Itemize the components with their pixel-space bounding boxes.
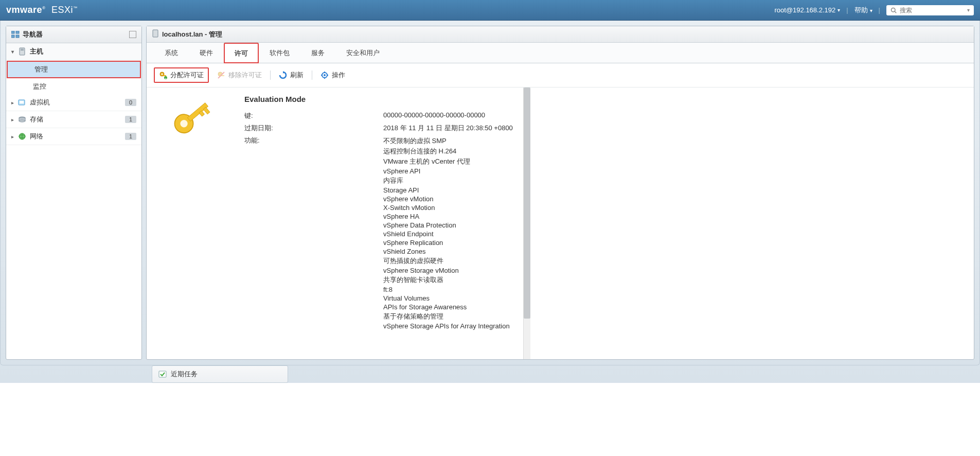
actions-button[interactable]: 操作 [316, 68, 349, 82]
navigator-title: 导航器 [23, 30, 43, 39]
svg-rect-38 [159, 371, 166, 377]
key-label: 键: [244, 111, 383, 120]
expand-icon: ▸ [11, 117, 17, 122]
collapse-icon: ▾ [11, 49, 17, 55]
separator: | [879, 6, 880, 14]
svg-rect-2 [11, 31, 14, 33]
tab-license[interactable]: 许可 [224, 43, 259, 63]
tab-services[interactable]: 服务 [300, 43, 335, 63]
refresh-icon [279, 71, 287, 79]
host-label: 主机 [30, 47, 43, 56]
svg-point-13 [19, 120, 25, 122]
separator [312, 71, 312, 80]
recent-tasks-panel[interactable]: 近期任务 [152, 365, 288, 383]
search-box[interactable]: ▾ [886, 5, 974, 15]
feature-item: 远程控制台连接的 H.264 [383, 146, 510, 156]
features-list: 不受限制的虚拟 SMP远程控制台连接的 H.264VMware 主机的 vCen… [383, 136, 510, 330]
tasks-label: 近期任务 [171, 370, 198, 379]
tab-bar: 系统 硬件 许可 软件包 服务 安全和用户 [147, 43, 974, 63]
tab-packages[interactable]: 软件包 [259, 43, 300, 63]
assign-license-button[interactable]: + 分配许可证 [154, 67, 209, 83]
expand-icon: ▸ [11, 100, 17, 106]
host-icon [152, 29, 159, 39]
logo: vmware® ESXi™ [6, 5, 78, 15]
pin-icon[interactable] [129, 31, 136, 38]
license-mode: Evaluation Mode [244, 95, 513, 103]
user-menu[interactable]: root@192.168.2.192 [774, 6, 840, 14]
panel-header: localhost.lan - 管理 [147, 26, 974, 43]
svg-point-28 [324, 74, 326, 76]
feature-item: 不受限制的虚拟 SMP [383, 136, 510, 146]
svg-rect-37 [203, 107, 210, 114]
expiry-value: 2018 年 11 月 11 日 星期日 20:38:50 +0800 [383, 124, 513, 133]
svg-rect-4 [11, 35, 14, 38]
logo-product: ESXi [51, 5, 73, 15]
feature-item: X-Switch vMotion [383, 203, 510, 212]
feature-item: vSphere vMotion [383, 195, 510, 203]
count-badge: 0 [125, 99, 136, 106]
remove-license-button: 移除许可证 [213, 68, 266, 82]
svg-rect-3 [16, 31, 19, 33]
expand-icon: ▸ [11, 134, 17, 139]
license-content: Evaluation Mode 键: 00000-00000-00000-000… [147, 87, 523, 340]
feature-item: 共享的智能卡读取器 [383, 275, 510, 285]
sidebar-item-monitor[interactable]: 监控 [6, 79, 141, 94]
tab-hardware[interactable]: 硬件 [189, 43, 224, 63]
navigator-header: 导航器 [6, 26, 141, 43]
scroll-thumb[interactable] [524, 87, 530, 319]
sidebar-item-manage[interactable]: 管理 [7, 61, 141, 78]
feature-item: vSphere API [383, 167, 510, 176]
svg-rect-20 [163, 75, 166, 76]
toolbar: + 分配许可证 移除许可证 刷新 操作 [147, 63, 974, 87]
sidebar-item-label: 虚拟机 [30, 98, 50, 107]
chevron-down-icon: ▾ [967, 7, 970, 13]
sidebar-item-vms[interactable]: ▸ 虚拟机 0 [6, 94, 141, 111]
svg-rect-10 [20, 101, 24, 103]
sidebar-item-storage[interactable]: ▸ 存储 1 [6, 111, 141, 128]
search-icon [890, 7, 897, 13]
expiry-label: 过期日期: [244, 124, 383, 133]
feature-item: 可热插拔的虚拟硬件 [383, 256, 510, 266]
svg-point-0 [892, 8, 896, 12]
svg-point-19 [162, 74, 163, 75]
svg-rect-35 [187, 103, 208, 121]
feature-item: Storage API [383, 186, 510, 195]
panel-title: localhost.lan - 管理 [162, 30, 222, 39]
separator [270, 71, 271, 80]
refresh-button[interactable]: 刷新 [275, 68, 308, 82]
sidebar-item-label: 网络 [30, 132, 43, 141]
feature-item: vSphere Storage vMotion [383, 266, 510, 275]
scrollbar[interactable] [523, 87, 530, 359]
tab-security[interactable]: 安全和用户 [335, 43, 390, 63]
feature-item: ft:8 [383, 285, 510, 294]
content-panel: localhost.lan - 管理 系统 硬件 许可 软件包 服务 安全和用户… [146, 26, 974, 360]
separator: | [846, 6, 848, 14]
sidebar-item-network[interactable]: ▸ 网络 1 [6, 128, 141, 145]
key-add-icon: + [159, 71, 167, 79]
sidebar-item-label: 存储 [30, 115, 43, 124]
search-input[interactable] [900, 7, 961, 14]
sidebar-item-host[interactable]: ▾ 主机 [6, 43, 141, 60]
feature-item: vShield Zones [383, 247, 510, 256]
svg-marker-26 [283, 71, 284, 74]
feature-item: vSphere HA [383, 212, 510, 221]
host-icon [17, 47, 27, 56]
key-remove-icon [217, 71, 225, 79]
navigator-icon [11, 31, 20, 38]
vm-icon [17, 98, 27, 107]
svg-rect-17 [153, 30, 158, 37]
count-badge: 1 [125, 116, 136, 123]
count-badge: 1 [125, 133, 136, 140]
feature-item: vSphere Replication [383, 238, 510, 247]
feature-item: VMware 主机的 vCenter 代理 [383, 156, 510, 167]
svg-line-1 [895, 11, 896, 13]
feature-item: vSphere Storage APIs for Array Integrati… [383, 322, 510, 330]
feature-item: vSphere Data Protection [383, 221, 510, 230]
help-menu[interactable]: 帮助 [854, 6, 872, 15]
logo-brand: vmware [6, 5, 42, 15]
feature-item: 基于存储策略的管理 [383, 311, 510, 322]
top-bar: vmware® ESXi™ root@192.168.2.192 | 帮助 | … [0, 0, 980, 21]
tab-system[interactable]: 系统 [154, 43, 189, 63]
feature-item: vShield Endpoint [383, 230, 510, 238]
tasks-icon [158, 370, 167, 378]
